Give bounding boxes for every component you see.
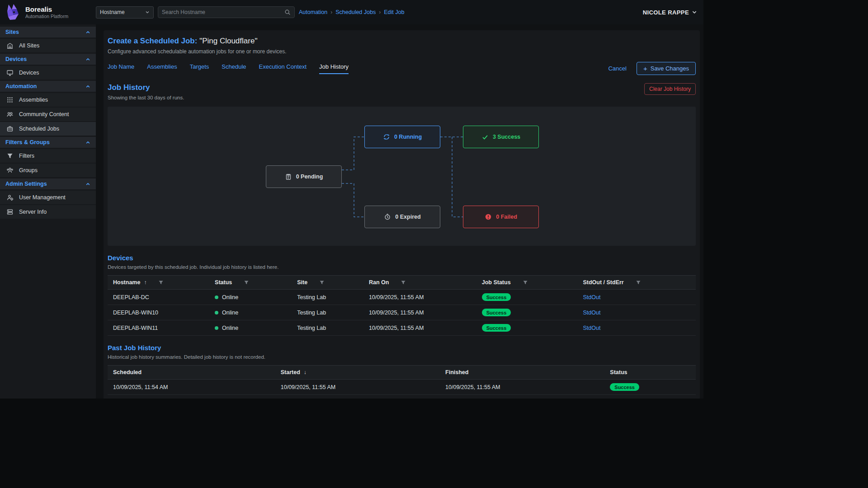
column-header-ran-on[interactable]: Ran On: [363, 276, 476, 290]
column-header-job-status[interactable]: Job Status: [476, 276, 578, 290]
building-icon: [6, 42, 14, 49]
sidebar-item-scheduled-jobs[interactable]: Scheduled Jobs: [0, 122, 96, 136]
page-title-prefix: Create a Scheduled Job:: [108, 37, 197, 45]
table-row[interactable]: DEEPLAB-DC Online Testing Lab 10/09/2025…: [108, 290, 696, 305]
column-header-started[interactable]: Started ↓: [275, 366, 440, 380]
save-changes-button[interactable]: + Save Changes: [637, 62, 696, 75]
column-header-site[interactable]: Site: [292, 276, 363, 290]
stdout-link[interactable]: StdOut: [583, 325, 600, 331]
cell-scheduled: 10/09/2025, 11:54 AM: [108, 380, 275, 395]
past-job-history-table: Scheduled Started ↓ Finished Status 10/0…: [108, 365, 696, 395]
search-input[interactable]: [162, 9, 284, 15]
column-filter-icon[interactable]: [636, 280, 641, 285]
sidebar-section-devices[interactable]: Devices: [0, 54, 96, 65]
table-row[interactable]: 10/09/2025, 11:54 AM 10/09/2025, 11:55 A…: [108, 380, 696, 395]
cell-job-status: Success: [476, 290, 578, 305]
tab-assemblies[interactable]: Assemblies: [147, 63, 177, 74]
job-history-header: Job History Showing the last 30 days of …: [108, 83, 696, 100]
sidebar-item-label: Assemblies: [19, 97, 48, 103]
column-filter-icon[interactable]: [401, 280, 406, 285]
flow-node-pending: 0 Pending: [266, 165, 342, 188]
cell-finished: 10/09/2025, 11:55 AM: [440, 380, 604, 395]
section-label: Admin Settings: [5, 181, 47, 187]
column-header-stdout[interactable]: StdOut / StdErr: [577, 276, 696, 290]
column-header-hostname[interactable]: Hostname ↑: [108, 276, 209, 290]
sort-ascending-icon[interactable]: ↑: [144, 279, 146, 286]
brand-subtitle: Automation Platform: [25, 14, 68, 19]
breadcrumb-link-edit-job[interactable]: Edit Job: [384, 9, 404, 15]
status-badge: Success: [482, 324, 511, 332]
breadcrumb-link-scheduled-jobs[interactable]: Scheduled Jobs: [335, 9, 376, 15]
table-row[interactable]: DEEPLAB-WIN11 Online Testing Lab 10/09/2…: [108, 320, 696, 336]
cell-ran-on: 10/09/2025, 11:55 AM: [363, 290, 476, 305]
user-menu[interactable]: NICOLE RAPPE: [643, 9, 697, 16]
sidebar-item-assemblies[interactable]: Assemblies: [0, 93, 96, 107]
hostname-select[interactable]: Hostname: [96, 6, 154, 19]
grid-icon: [6, 96, 14, 103]
cell-status: Online: [209, 305, 292, 320]
flow-node-label: 3 Success: [493, 134, 520, 140]
column-filter-icon[interactable]: [523, 280, 528, 285]
cell-job-status: Success: [476, 305, 578, 320]
sidebar-section-sites[interactable]: Sites: [0, 27, 96, 38]
column-filter-icon[interactable]: [319, 280, 325, 285]
tab-job-name[interactable]: Job Name: [108, 63, 134, 74]
stdout-link[interactable]: StdOut: [583, 310, 600, 316]
sidebar-item-groups[interactable]: Groups: [0, 164, 96, 177]
stdout-link[interactable]: StdOut: [583, 294, 600, 300]
tab-schedule[interactable]: Schedule: [222, 63, 246, 74]
brand: Borealis Automation Platform: [0, 3, 96, 21]
table-row[interactable]: DEEPLAB-WIN10 Online Testing Lab 10/09/2…: [108, 305, 696, 320]
cell-started: 10/09/2025, 11:55 AM: [275, 380, 440, 395]
clear-job-history-button[interactable]: Clear Job History: [644, 83, 696, 95]
column-label: Job Status: [482, 279, 511, 286]
column-label: StdOut / StdErr: [583, 279, 623, 286]
cell-hostname: DEEPLAB-DC: [108, 290, 209, 305]
search-icon[interactable]: [284, 9, 291, 15]
tab-execution-context[interactable]: Execution Context: [259, 63, 307, 74]
breadcrumb-separator: ›: [379, 9, 381, 15]
tab-targets[interactable]: Targets: [190, 63, 209, 74]
column-header-scheduled[interactable]: Scheduled: [108, 366, 275, 380]
sidebar-item-filters[interactable]: Filters: [0, 149, 96, 163]
sort-descending-icon[interactable]: ↓: [304, 369, 307, 375]
borealis-logo-icon: [5, 3, 22, 21]
column-label: Hostname: [113, 279, 140, 286]
tab-job-history[interactable]: Job History: [319, 63, 349, 74]
sidebar-item-all-sites[interactable]: All Sites: [0, 39, 96, 52]
column-header-finished[interactable]: Finished: [440, 366, 604, 380]
past-job-history-header: Past Job History Historical job history …: [108, 344, 696, 360]
sidebar-item-devices[interactable]: Devices: [0, 66, 96, 80]
sidebar-item-label: Groups: [19, 167, 38, 174]
chevron-down-icon: [692, 9, 697, 15]
cancel-button[interactable]: Cancel: [608, 65, 626, 72]
column-filter-icon[interactable]: [244, 280, 249, 285]
column-label: Status: [215, 279, 232, 286]
job-status-flow-diagram: 0 Pending 0 Running 3 Success: [108, 107, 696, 246]
chevron-up-icon: [85, 30, 90, 35]
column-header-status[interactable]: Status: [604, 366, 696, 380]
clock-icon: [384, 213, 391, 221]
cell-site: Testing Lab: [292, 290, 363, 305]
sidebar-item-label: Scheduled Jobs: [19, 126, 59, 132]
section-label: Sites: [5, 29, 19, 35]
tabs-row: Job Name Assemblies Targets Schedule Exe…: [108, 62, 696, 75]
flow-node-label: 0 Expired: [395, 214, 420, 220]
sidebar-section-filters-groups[interactable]: Filters & Groups: [0, 137, 96, 148]
sidebar-item-user-management[interactable]: User Management: [0, 191, 96, 204]
user-icon: [6, 194, 14, 201]
sidebar-section-admin-settings[interactable]: Admin Settings: [0, 178, 96, 189]
column-header-status[interactable]: Status: [209, 276, 292, 290]
chevron-up-icon: [85, 57, 90, 62]
breadcrumb-link-automation[interactable]: Automation: [299, 9, 327, 15]
sidebar-section-automation[interactable]: Automation: [0, 81, 96, 92]
server-icon: [6, 208, 14, 216]
community-icon: [6, 111, 14, 118]
monitor-icon: [6, 69, 14, 76]
sidebar-item-community-content[interactable]: Community Content: [0, 108, 96, 121]
sidebar-item-server-info[interactable]: Server Info: [0, 205, 96, 219]
topbar: Borealis Automation Platform Hostname Au…: [0, 0, 703, 24]
groups-icon: [6, 167, 14, 174]
section-label: Filters & Groups: [5, 139, 50, 145]
column-filter-icon[interactable]: [158, 280, 164, 285]
